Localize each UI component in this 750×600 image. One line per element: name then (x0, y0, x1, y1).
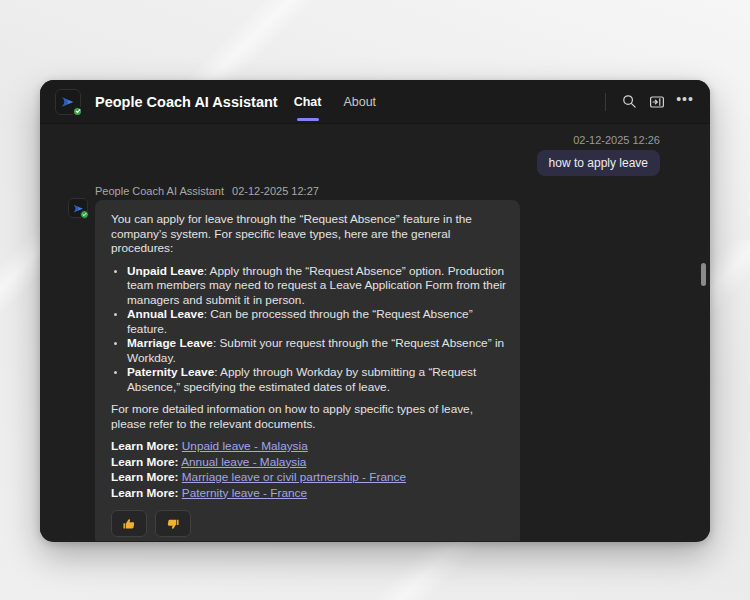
list-item: Annual Leave: Can be processed through t… (127, 307, 508, 336)
link-annual-leave-malaysia[interactable]: Annual leave - Malaysia (181, 455, 306, 469)
link-unpaid-leave-malaysia[interactable]: Unpaid leave - Malaysia (182, 439, 308, 453)
list-item: Unpaid Leave: Apply through the “Request… (127, 264, 508, 308)
search-button[interactable] (616, 89, 642, 115)
message-timestamp: 02-12-2025 12:26 (68, 134, 660, 146)
thumbs-up-button[interactable] (111, 510, 147, 537)
header-divider (605, 93, 606, 111)
learn-more-label: Learn More: (111, 470, 179, 484)
bot-message-card: You can apply for leave through the “Req… (95, 200, 520, 541)
open-in-window-button[interactable] (644, 89, 670, 115)
header-actions: ••• (605, 89, 698, 115)
learn-more-label: Learn More: (111, 439, 179, 453)
app-title: People Coach AI Assistant (95, 94, 278, 110)
app-logo (55, 89, 81, 115)
bot-intro-paragraph: You can apply for leave through the “Req… (111, 212, 508, 256)
verified-badge-icon (80, 210, 89, 219)
bot-sender-name: People Coach AI Assistant (95, 185, 224, 197)
tab-chat[interactable]: Chat (294, 80, 322, 124)
bot-avatar (68, 198, 88, 218)
learn-more-label: Learn More: (111, 486, 179, 500)
user-message-bubble: how to apply leave (537, 150, 660, 176)
bot-message-meta: People Coach AI Assistant02-12-2025 12:2… (95, 185, 660, 198)
learn-more-label: Learn More: (111, 455, 179, 469)
verified-badge-icon (72, 106, 83, 117)
tab-bar: Chat About (294, 80, 376, 124)
bullet-label: Unpaid Leave (127, 264, 204, 278)
list-item: Paternity Leave: Apply through Workday b… (127, 365, 508, 394)
bot-message: People Coach AI Assistant02-12-2025 12:2… (68, 185, 660, 541)
bullet-label: Marriage Leave (127, 336, 213, 350)
more-options-icon: ••• (676, 92, 694, 112)
scrollbar[interactable] (701, 263, 706, 286)
bot-message-timestamp: 02-12-2025 12:27 (232, 185, 319, 197)
learn-more-row: Learn More: Annual leave - Malaysia (111, 455, 508, 470)
thumbs-down-icon (166, 517, 180, 531)
search-icon (622, 94, 637, 109)
feedback-buttons (111, 510, 508, 537)
leave-procedures-list: Unpaid Leave: Apply through the “Request… (111, 264, 508, 395)
bullet-label: Paternity Leave (127, 365, 214, 379)
thumbs-down-button[interactable] (155, 510, 191, 537)
link-paternity-leave-france[interactable]: Paternity leave - France (182, 486, 307, 500)
bot-outro-paragraph: For more detailed information on how to … (111, 402, 508, 431)
app-header: People Coach AI Assistant Chat About (40, 80, 710, 124)
learn-more-row: Learn More: Marriage leave or civil part… (111, 470, 508, 485)
learn-more-row: Learn More: Unpaid leave - Malaysia (111, 439, 508, 454)
chat-area: 02-12-2025 12:26 how to apply leave Peop… (40, 124, 710, 541)
learn-more-row: Learn More: Paternity leave - France (111, 486, 508, 501)
more-options-button[interactable]: ••• (672, 89, 698, 115)
bullet-label: Annual Leave (127, 307, 204, 321)
tab-about[interactable]: About (343, 80, 376, 124)
thumbs-up-icon (122, 517, 136, 531)
list-item: Marriage Leave: Submit your request thro… (127, 336, 508, 365)
link-marriage-leave-france[interactable]: Marriage leave or civil partnership - Fr… (182, 470, 406, 484)
app-window: People Coach AI Assistant Chat About (40, 80, 710, 542)
open-in-window-icon (649, 94, 665, 110)
